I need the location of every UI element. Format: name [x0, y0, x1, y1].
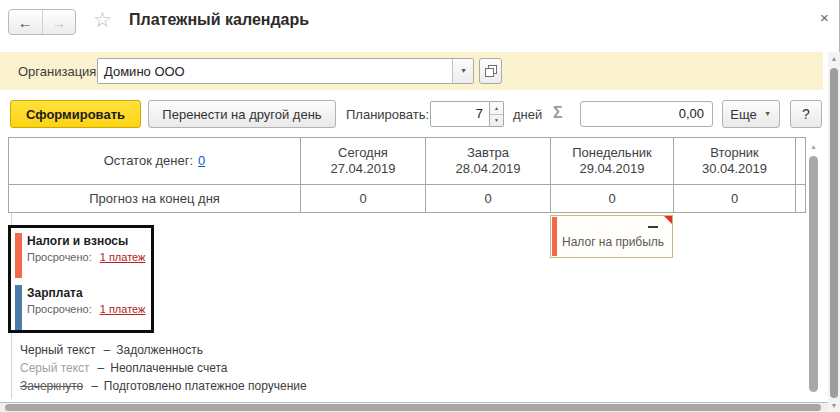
- overdue-group-taxes: Налоги и взносы Просрочено:1 платеж: [15, 231, 151, 278]
- organization-value[interactable]: Домино ООО: [98, 59, 452, 83]
- card-dash-indicator: [648, 226, 658, 228]
- column-header-tuesday[interactable]: Вторник 30.04.2019: [674, 138, 796, 184]
- nav-history-group: ← →: [8, 9, 76, 35]
- legend-meaning: Неоплаченные счета: [110, 361, 227, 375]
- calendar-table: Остаток денег:0 Сегодня 27.04.2019 Завтр…: [8, 137, 806, 213]
- plan-label: Планировать:: [346, 107, 429, 122]
- forecast-value-cell: 0: [426, 185, 551, 212]
- overdue-payments-link[interactable]: 1 платеж: [100, 251, 146, 263]
- balance-label: Остаток денег:: [104, 153, 193, 168]
- forecast-value-cell: 0: [674, 185, 796, 212]
- horizontal-scrollbar-thumb[interactable]: [5, 404, 821, 411]
- more-button[interactable]: Еще ▼: [722, 100, 780, 128]
- column-header-partial: [796, 138, 805, 184]
- legend-row-prepared: Зачеркнуто – Подготовлено платежное пору…: [20, 377, 307, 395]
- spin-up-icon[interactable]: ▲: [490, 102, 503, 115]
- legend-dash: –: [91, 379, 98, 393]
- legend-dash: –: [104, 343, 111, 357]
- forecast-value: 0: [484, 191, 491, 207]
- overdue-group-salary: Зарплата Просрочено:1 платеж: [15, 283, 151, 330]
- scroll-up-icon[interactable]: ▲: [807, 143, 820, 150]
- open-form-icon: [485, 65, 497, 77]
- scroll-up-icon[interactable]: ▲: [828, 55, 840, 62]
- payment-calendar-window: ← → ☆ Платежный календарь × Организация:…: [0, 0, 840, 412]
- day-name: Сегодня: [338, 145, 388, 161]
- organization-label: Организация:: [18, 64, 100, 79]
- overdue-payments-link[interactable]: 1 платеж: [100, 303, 146, 315]
- card-title: Налог на прибыль: [562, 235, 664, 249]
- balance-header-cell: Остаток денег:0: [9, 138, 301, 184]
- table-scrollbar-thumb[interactable]: [809, 156, 818, 392]
- legend-sample: Черный текст: [20, 343, 96, 357]
- day-date: 30.04.2019: [702, 161, 767, 177]
- overdue-label: Просрочено:: [27, 251, 92, 263]
- column-header-tomorrow[interactable]: Завтра 28.04.2019: [426, 138, 551, 184]
- window-vertical-scrollbar[interactable]: ▲ ▼: [828, 52, 840, 412]
- day-date: 29.04.2019: [579, 161, 644, 177]
- table-vertical-scrollbar[interactable]: ▲: [807, 139, 820, 399]
- plan-days-stepper: ▲ ▼: [490, 101, 504, 127]
- back-button[interactable]: ←: [9, 10, 42, 34]
- organization-open-button[interactable]: [479, 58, 502, 84]
- group-name: Налоги и взносы: [27, 231, 151, 248]
- column-header-monday[interactable]: Понедельник 29.04.2019: [551, 138, 674, 184]
- help-button[interactable]: ?: [790, 100, 822, 128]
- scroll-down-icon[interactable]: ▼: [828, 402, 840, 409]
- window-scrollbar-thumb[interactable]: [830, 68, 838, 398]
- legend-sample: Серый текст: [20, 361, 90, 375]
- overdue-label: Просрочено:: [27, 303, 92, 315]
- table-header-row: Остаток денег:0 Сегодня 27.04.2019 Завтр…: [9, 138, 805, 185]
- forecast-label: Прогноз на конец дня: [89, 191, 220, 207]
- chevron-down-icon: ▼: [459, 67, 466, 75]
- group-name: Зарплата: [27, 283, 151, 300]
- generate-button[interactable]: Сформировать: [10, 100, 141, 128]
- back-arrow-icon: ←: [18, 14, 33, 31]
- more-label: Еще: [730, 107, 756, 122]
- close-icon[interactable]: ×: [820, 9, 829, 26]
- forecast-value: 0: [608, 191, 615, 207]
- forecast-value: 0: [731, 191, 738, 207]
- forward-arrow-icon: →: [51, 14, 66, 31]
- forecast-value-cell: 0: [301, 185, 426, 212]
- day-name: Понедельник: [572, 145, 652, 161]
- card-color-bar: [552, 217, 557, 256]
- sum-input[interactable]: 0,00: [580, 101, 713, 127]
- legend-row-debt: Черный текст – Задолженность: [20, 341, 307, 359]
- card-corner-flag-icon: [664, 216, 672, 224]
- chevron-down-icon: ▼: [764, 110, 771, 118]
- horizontal-scrollbar[interactable]: [0, 402, 828, 412]
- legend-meaning: Задолженность: [116, 343, 203, 357]
- day-date: 27.04.2019: [330, 161, 395, 177]
- forward-button[interactable]: →: [42, 10, 76, 34]
- column-header-today[interactable]: Сегодня 27.04.2019: [301, 138, 426, 184]
- balance-link[interactable]: 0: [198, 153, 205, 168]
- forecast-value-cell: [796, 185, 805, 212]
- legend-dash: –: [98, 361, 105, 375]
- page-title: Платежный календарь: [129, 11, 309, 29]
- day-date: 28.04.2019: [455, 161, 520, 177]
- forecast-value-cell: 0: [551, 185, 674, 212]
- legend-row-unpaid: Серый текст – Неоплаченные счета: [20, 359, 307, 377]
- salary-color-bar: [15, 285, 22, 330]
- organization-input[interactable]: Домино ООО ▼: [97, 58, 474, 84]
- forecast-label-cell: Прогноз на конец дня: [9, 185, 301, 212]
- legend-meaning: Подготовлено платежное поручение: [104, 379, 307, 393]
- day-name: Завтра: [467, 145, 509, 161]
- organization-dropdown-button[interactable]: ▼: [452, 59, 473, 83]
- spin-down-icon[interactable]: ▼: [490, 115, 503, 127]
- plan-days-input[interactable]: 7: [430, 101, 490, 127]
- legend-sample: Зачеркнуто: [20, 379, 83, 393]
- sigma-icon: Σ: [553, 104, 563, 122]
- day-name: Вторник: [710, 145, 759, 161]
- legend: Черный текст – Задолженность Серый текст…: [20, 341, 307, 395]
- move-to-another-day-button[interactable]: Перенести на другой день: [148, 100, 336, 128]
- organization-bar: Организация: Домино ООО ▼: [0, 52, 823, 90]
- overdue-panel[interactable]: Налоги и взносы Просрочено:1 платеж Зарп…: [8, 225, 154, 333]
- payment-card-income-tax[interactable]: Налог на прибыль: [550, 215, 673, 258]
- days-label: дней: [513, 107, 542, 122]
- favorite-star-icon[interactable]: ☆: [93, 8, 112, 32]
- forecast-value: 0: [359, 191, 366, 207]
- forecast-row: Прогноз на конец дня 0 0 0 0: [9, 185, 805, 212]
- taxes-color-bar: [15, 233, 22, 278]
